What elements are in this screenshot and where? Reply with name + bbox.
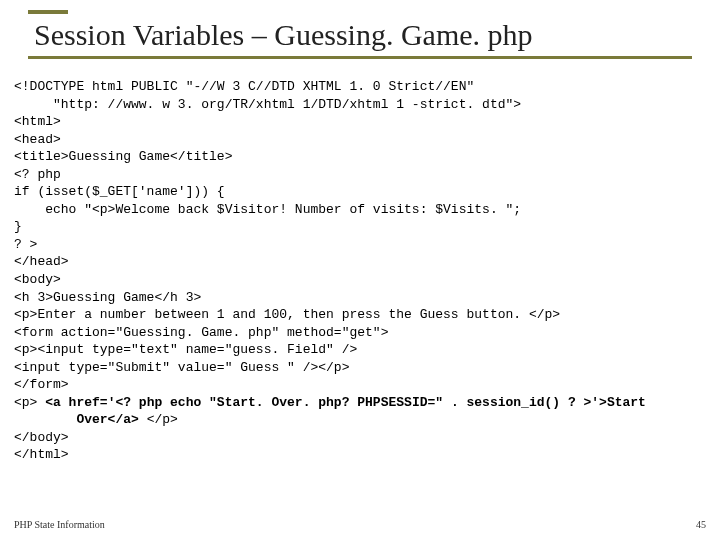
- code-line: <p>: [14, 395, 45, 410]
- code-line: <h 3>Guessing Game</h 3>: [14, 290, 201, 305]
- code-line: ? >: [14, 237, 37, 252]
- slide-title: Session Variables – Guessing. Game. php: [28, 14, 692, 59]
- code-line: <form action="Guessing. Game. php" metho…: [14, 325, 388, 340]
- code-line: </body>: [14, 430, 69, 445]
- slide-number: 45: [696, 519, 706, 530]
- code-line: <html>: [14, 114, 61, 129]
- code-line: <body>: [14, 272, 61, 287]
- code-line: if (isset($_GET['name'])) {: [14, 184, 225, 199]
- code-line: </p>: [139, 412, 178, 427]
- code-line: <p>Enter a number between 1 and 100, the…: [14, 307, 560, 322]
- slide: Session Variables – Guessing. Game. php …: [0, 0, 720, 540]
- code-line: <? php: [14, 167, 61, 182]
- code-block: <!DOCTYPE html PUBLIC "-//W 3 C//DTD XHT…: [14, 78, 706, 464]
- code-line: }: [14, 219, 22, 234]
- code-line: <title>Guessing Game</title>: [14, 149, 232, 164]
- code-line: <!DOCTYPE html PUBLIC "-//W 3 C//DTD XHT…: [14, 79, 474, 94]
- code-line: </form>: [14, 377, 69, 392]
- code-line-bold: Over</a>: [14, 412, 139, 427]
- code-line: <p><input type="text" name="guess. Field…: [14, 342, 357, 357]
- footer-left: PHP State Information: [14, 519, 105, 530]
- code-line: <head>: [14, 132, 61, 147]
- code-line: </html>: [14, 447, 69, 462]
- code-line: echo "<p>Welcome back $Visitor! Number o…: [14, 202, 521, 217]
- code-line: <input type="Submit" value=" Guess " /><…: [14, 360, 349, 375]
- code-line-bold: <a href='<? php echo "Start. Over. php? …: [45, 395, 646, 410]
- code-line: "http: //www. w 3. org/TR/xhtml 1/DTD/xh…: [14, 97, 521, 112]
- code-line: </head>: [14, 254, 69, 269]
- title-block: Session Variables – Guessing. Game. php: [28, 10, 692, 59]
